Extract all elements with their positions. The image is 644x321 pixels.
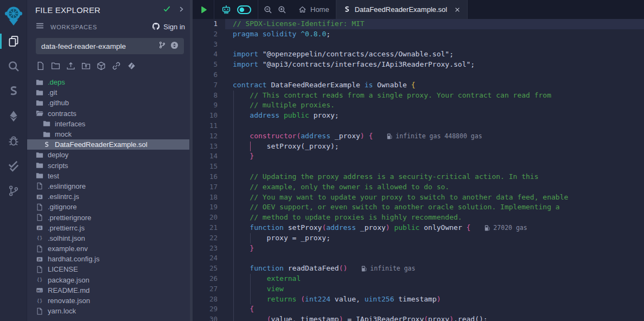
line-number: 18: [193, 192, 225, 203]
code-line-25: 25 function readDataFeed()infinite gas: [193, 264, 644, 274]
indent-guide: [233, 100, 234, 111]
tree-item-.eslintrc.js[interactable]: JS.eslintrc.js: [27, 191, 189, 202]
indent-guide: [233, 111, 234, 121]
gas-estimate: 27020 gas: [484, 223, 527, 233]
activity-solidity-compiler[interactable]: [0, 79, 27, 104]
code-line-26: 26 external: [193, 274, 644, 284]
code-line-14: 14 }: [193, 151, 644, 162]
tree-item-.solhint.json[interactable]: {}.solhint.json: [27, 233, 189, 243]
solidity-icon: [8, 85, 20, 97]
new-folder-icon[interactable]: [51, 61, 60, 70]
tree-item-renovate.json[interactable]: {}renovate.json: [27, 296, 189, 306]
tree-item-LICENSE[interactable]: LICENSE: [27, 264, 189, 274]
workspace-dropdown-icon[interactable]: [170, 41, 178, 52]
tab-DataFeedReaderExample.sol[interactable]: DataFeedReaderExample.sol: [336, 0, 468, 19]
indent-guide: [233, 253, 234, 264]
zoom-out-button[interactable]: [264, 5, 272, 14]
tree-item-contracts[interactable]: contracts: [27, 108, 189, 119]
workspace-select[interactable]: data-feed-reader-example: [36, 38, 184, 54]
activity-git[interactable]: [0, 178, 27, 203]
tree-item-label: .github: [48, 99, 69, 107]
code-line-27: 27 view: [193, 284, 644, 294]
gas-pump-icon: [387, 133, 392, 140]
tree-item-.eslintignore[interactable]: .eslintignore: [27, 181, 189, 191]
activity-remix-logo[interactable]: [0, 3, 27, 29]
folder-icon: [43, 120, 50, 127]
git-branch-icon[interactable]: [158, 41, 166, 51]
tree-item-test[interactable]: test: [27, 171, 189, 181]
tree-item-.github[interactable]: .github: [27, 98, 189, 108]
line-content: [225, 121, 644, 131]
code-editor[interactable]: 1// SPDX-License-Identifier: MIT2pragma …: [193, 19, 644, 321]
tree-item-.gitignore[interactable]: .gitignore: [27, 202, 189, 212]
activity-file-explorer[interactable]: [0, 29, 27, 54]
tree-item-interfaces[interactable]: interfaces: [27, 119, 189, 129]
tree-item-label: LICENSE: [48, 265, 78, 273]
folder-icon: [36, 162, 43, 169]
indent-guide: [233, 131, 234, 142]
publish-gist-icon[interactable]: [127, 61, 136, 70]
ipfs-cube-icon[interactable]: [97, 61, 106, 70]
line-content: [225, 70, 644, 80]
line-number: 9: [193, 100, 225, 111]
tree-item-DataFeedReaderExample.sol[interactable]: DataFeedReaderExample.sol: [27, 139, 189, 150]
code-line-3: 3: [193, 40, 644, 50]
tab-label: DataFeedReaderExample.sol: [355, 5, 448, 14]
line-content: }: [225, 151, 644, 162]
activity-deploy-and-run[interactable]: [0, 104, 27, 129]
line-content: // You may want to update your proxy to …: [225, 192, 644, 203]
close-tab-icon[interactable]: [454, 7, 461, 13]
zoom-in-icon: [278, 5, 286, 14]
ai-assistant-button[interactable]: [221, 5, 232, 15]
play-icon: [199, 5, 208, 14]
zoom-in-button[interactable]: [278, 5, 286, 14]
activity-solidity-unit-testing[interactable]: [0, 153, 27, 178]
indent-guide: [250, 233, 251, 243]
line-content: proxy = _proxy;: [225, 233, 644, 243]
new-file-icon[interactable]: [36, 61, 45, 70]
tree-item-hardhat.config.js[interactable]: JShardhat.config.js: [27, 254, 189, 264]
ai-copilot-toggle-button[interactable]: [237, 5, 251, 14]
line-content: (value, timestamp) = IApi3ReaderProxy(pr…: [225, 314, 644, 321]
code-line-28: 28 returns (int224 value, uint256 timest…: [193, 294, 644, 305]
line-content: import "@openzeppelin/contracts/access/O…: [225, 49, 644, 60]
line-content: // multiple proxies.: [225, 100, 644, 111]
robot-icon: [221, 5, 232, 15]
indent-guide: [233, 182, 234, 192]
line-number: 21: [193, 223, 225, 233]
svg-text:{}: {}: [36, 298, 42, 304]
code-line-12: 12 constructor(address _proxy) {infinite…: [193, 131, 644, 142]
run-script-button[interactable]: [199, 5, 208, 14]
tree-item-README.md[interactable]: M↓README.md: [27, 285, 189, 296]
tree-item-example.env[interactable]: example.env: [27, 243, 189, 254]
tree-item-deploy[interactable]: deploy: [27, 150, 189, 160]
tree-item-.prettierrc.js[interactable]: JS.prettierrc.js: [27, 223, 189, 233]
line-number: 16: [193, 172, 225, 182]
line-number: 30: [193, 314, 225, 321]
chevron-right-icon[interactable]: [177, 5, 185, 15]
code-line-15: 15: [193, 162, 644, 172]
json-file-icon: {}: [36, 276, 43, 284]
line-content: // SPDX-License-Identifier: MIT: [225, 19, 644, 29]
tree-item-mock[interactable]: mock: [27, 129, 189, 139]
activity-search[interactable]: [0, 54, 27, 79]
gas-estimate: infinite gas: [361, 264, 415, 274]
sign-in-button[interactable]: Sign in: [152, 22, 185, 32]
import-link-icon[interactable]: [112, 61, 121, 70]
tree-item-yarn.lock[interactable]: yarn.lock: [27, 306, 189, 316]
line-content: }: [225, 243, 644, 254]
tree-item-.git[interactable]: .git: [27, 87, 189, 98]
tree-item-scripts[interactable]: scripts: [27, 160, 189, 171]
indent-guide: [233, 213, 234, 223]
activity-debugger[interactable]: [0, 129, 27, 153]
upload-folder-icon[interactable]: [81, 61, 91, 70]
upload-file-icon[interactable]: [66, 61, 75, 70]
folder-icon: [36, 89, 43, 97]
tree-item-package.json[interactable]: {}package.json: [27, 275, 189, 285]
tab-Home[interactable]: Home: [292, 0, 336, 19]
line-number: 3: [193, 40, 225, 50]
code-line-6: 6: [193, 70, 644, 80]
hamburger-menu-icon[interactable]: [36, 22, 44, 32]
tree-item-.deps[interactable]: .deps: [27, 77, 189, 87]
tree-item-.prettierignore[interactable]: .prettierignore: [27, 212, 189, 222]
